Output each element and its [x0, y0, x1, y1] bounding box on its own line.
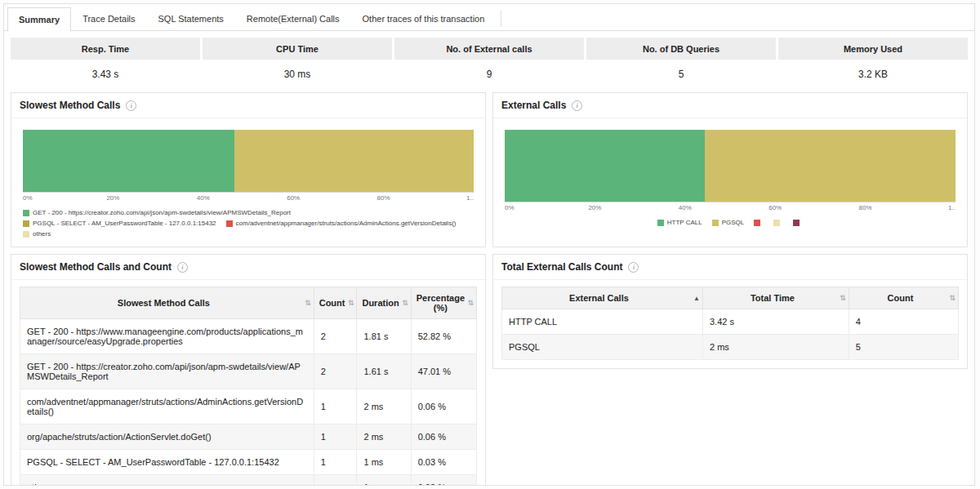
count-cell: 2 — [314, 354, 357, 389]
table-row[interactable]: GET - 200 - https://www.manageengine.com… — [20, 319, 477, 354]
col-header-label: Count — [888, 293, 914, 303]
sort-asc-icon[interactable]: ▲ — [693, 295, 700, 302]
bar-segment[interactable] — [505, 130, 705, 202]
count-cell — [314, 475, 357, 487]
legend-swatch — [793, 220, 800, 226]
stat-header-cpu-time: CPU Time — [203, 38, 392, 60]
legend-label: others — [33, 230, 51, 238]
info-icon[interactable]: i — [177, 262, 188, 273]
count-cell: 2 — [314, 319, 357, 354]
x-axis: 0% 20% 40% 60% 80% 1.. — [505, 202, 956, 211]
sort-icon[interactable]: ⇅ — [467, 299, 474, 307]
legend-item[interactable]: com/adventnet/appmanager/struts/actions/… — [226, 220, 457, 227]
stat-header-resp-time: Resp. Time — [11, 38, 200, 60]
stacked-bar — [505, 130, 956, 202]
col-header-external-calls[interactable]: External Calls▲ — [502, 287, 703, 309]
tab-summary[interactable]: Summary — [7, 7, 71, 32]
count-cell: 1 — [314, 425, 357, 450]
table-row[interactable]: org/apache/struts/action/ActionServlet.d… — [20, 425, 477, 450]
legend-item[interactable]: others — [23, 230, 51, 238]
percentage-cell: 52.82 % — [411, 319, 476, 354]
axis-tick-label: 80% — [859, 204, 872, 211]
bar-segment[interactable] — [705, 130, 956, 202]
sort-icon[interactable]: ⇅ — [348, 299, 354, 307]
x-axis: 0% 20% 40% 60% 80% 1.. — [23, 192, 474, 202]
bar-segment[interactable] — [234, 130, 474, 192]
external-calls-panel: External Calls i 0% 20% 40% 60% 80% 1.. … — [492, 92, 968, 247]
info-icon[interactable]: i — [126, 100, 136, 111]
legend-item[interactable]: PGSQL - SELECT - AM_UserPasswordTable - … — [23, 220, 216, 227]
col-header-label: Total Time — [751, 293, 795, 303]
table-row[interactable]: others 1 ms 0.03 % — [20, 475, 477, 487]
count-cell: 1 — [314, 450, 357, 475]
duration-cell: 1.81 s — [357, 319, 411, 354]
col-header-label: Percentage (%) — [416, 293, 465, 313]
method-cell: PGSQL - SELECT - AM_UserPasswordTable - … — [20, 450, 314, 475]
duration-cell: 1.61 s — [357, 354, 411, 389]
legend-swatch — [773, 220, 780, 226]
tab-sql-statements[interactable]: SQL Statements — [147, 7, 235, 31]
table-row[interactable]: PGSQL 2 ms 5 — [502, 335, 959, 360]
table-row[interactable]: HTTP CALL 3.42 s 4 — [502, 309, 959, 335]
col-header-total-time[interactable]: Total Time⇅ — [702, 287, 849, 309]
legend-item[interactable]: GET - 200 - https://creator.zoho.com/api… — [23, 209, 474, 216]
stats-value-row: 3.43 s 30 ms 9 5 3.2 KB — [11, 60, 968, 87]
legend-swatch — [23, 220, 29, 227]
table-row[interactable]: com/adventnet/appmanager/struts/actions/… — [20, 389, 477, 425]
col-header-percentage[interactable]: Percentage (%)⇅ — [411, 287, 476, 319]
col-header-label: Duration — [362, 298, 399, 308]
col-header-label: Slowest Method Calls — [118, 298, 210, 308]
table-row[interactable]: PGSQL - SELECT - AM_UserPasswordTable - … — [20, 450, 477, 475]
trace-summary-page: Summary Trace Details SQL Statements Rem… — [3, 3, 975, 486]
info-icon[interactable]: i — [572, 100, 582, 111]
legend-label: PGSQL — [722, 219, 745, 226]
sort-icon[interactable]: ⇅ — [305, 299, 311, 307]
percentage-cell: 47.01 % — [411, 354, 476, 389]
legend-item[interactable]: PGSQL — [712, 219, 745, 226]
axis-tick-label: 0% — [505, 204, 514, 211]
external-calls-chart: 0% 20% 40% 60% 80% 1.. HTTP CALL PGSQL — [493, 118, 967, 229]
panel-header: Total External Calls Count i — [493, 255, 967, 280]
axis-tick-label: 1.. — [948, 204, 956, 211]
tab-trace-details[interactable]: Trace Details — [71, 7, 146, 31]
col-header-duration[interactable]: Duration⇅ — [357, 287, 411, 319]
summary-stats: Resp. Time CPU Time No. of External call… — [11, 38, 968, 87]
col-header-count[interactable]: Count⇅ — [314, 287, 357, 319]
external-calls-table: External Calls▲ Total Time⇅ Count⇅ HTTP … — [501, 287, 959, 360]
panel-title: Slowest Method Calls and Count — [20, 261, 172, 273]
percentage-cell: 0.03 % — [411, 475, 476, 487]
table-row[interactable]: GET - 200 - https://creator.zoho.com/api… — [20, 354, 477, 389]
stat-header-external-calls: No. of External calls — [394, 38, 584, 60]
table-header-row: Slowest Method Calls⇅ Count⇅ Duration⇅ P… — [20, 287, 477, 319]
sort-icon[interactable]: ⇅ — [949, 294, 956, 302]
stat-header-db-queries: No. of DB Queries — [586, 38, 776, 60]
legend-item[interactable] — [773, 220, 783, 226]
panel-title: Total External Calls Count — [501, 261, 622, 273]
method-cell: GET - 200 - https://creator.zoho.com/api… — [20, 354, 314, 389]
sort-icon[interactable]: ⇅ — [840, 294, 846, 302]
tab-bar: Summary Trace Details SQL Statements Rem… — [4, 4, 974, 31]
method-calls-table: Slowest Method Calls⇅ Count⇅ Duration⇅ P… — [20, 287, 477, 486]
axis-tick-label: 0% — [23, 194, 33, 202]
axis-tick-label: 40% — [197, 194, 210, 202]
col-header-label: Count — [319, 298, 345, 308]
stat-value-memory-used: 3.2 KB — [778, 60, 968, 87]
total-time-cell: 3.42 s — [702, 309, 849, 335]
col-header-label: External Calls — [569, 293, 629, 303]
axis-tick-label: 40% — [679, 204, 692, 211]
sort-icon[interactable]: ⇅ — [402, 299, 408, 307]
legend-label: com/adventnet/appmanager/struts/actions/… — [236, 220, 457, 227]
col-header-count[interactable]: Count⇅ — [849, 287, 958, 309]
col-header-slowest-method-calls[interactable]: Slowest Method Calls⇅ — [20, 287, 314, 319]
stat-value-resp-time: 3.43 s — [11, 60, 200, 87]
stat-value-external-calls: 9 — [394, 60, 584, 87]
bar-segment[interactable] — [23, 130, 234, 192]
total-time-cell: 2 ms — [702, 335, 849, 360]
legend-item[interactable] — [754, 220, 764, 226]
tab-remote-external-calls[interactable]: Remote(External) Calls — [235, 7, 351, 31]
charts-row: Slowest Method Calls i 0% 20% 40% 60% 80… — [11, 92, 968, 247]
info-icon[interactable]: i — [628, 262, 639, 273]
legend-item[interactable] — [793, 220, 803, 226]
legend-item[interactable]: HTTP CALL — [657, 219, 702, 226]
tab-other-traces[interactable]: Other traces of this transaction — [351, 7, 497, 31]
